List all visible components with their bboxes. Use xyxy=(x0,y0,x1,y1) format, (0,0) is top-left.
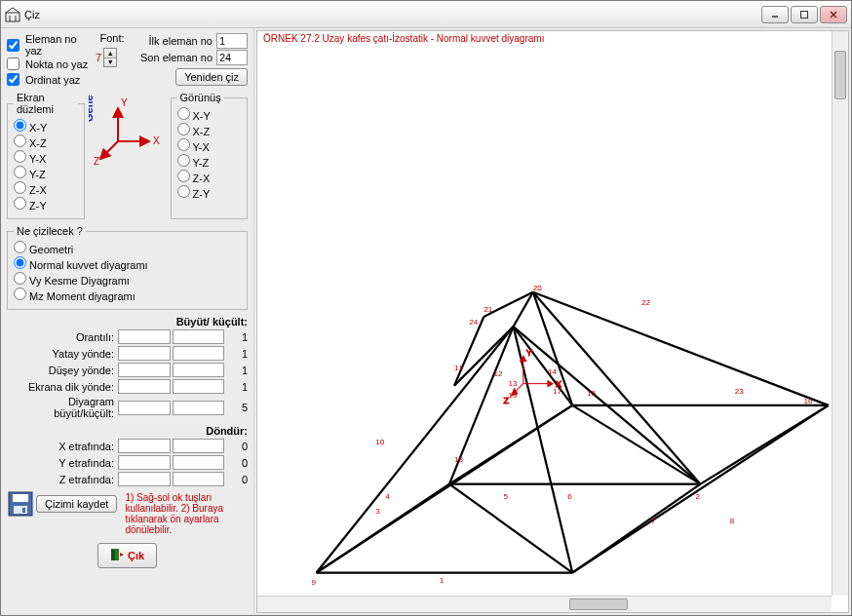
ekran-opt-xy[interactable]: X-Y xyxy=(14,119,78,134)
svg-line-35 xyxy=(572,484,700,573)
svg-text:Genel: Genel xyxy=(89,95,95,122)
ekran-opt-yz[interactable]: Y-Z xyxy=(14,166,78,180)
bk-input-b-1[interactable] xyxy=(173,346,225,361)
svg-text:9: 9 xyxy=(312,578,317,587)
gorunus-opt-yx[interactable]: Y-X xyxy=(177,138,242,153)
exit-button[interactable]: Çık xyxy=(97,543,157,568)
check-eleman-no[interactable]: Eleman no yaz xyxy=(7,33,90,57)
svg-line-31 xyxy=(449,405,572,484)
dn-input-a-0[interactable] xyxy=(118,439,171,453)
gorunus-opt-xy[interactable]: X-Y xyxy=(177,107,242,122)
gorunus-opt-xz[interactable]: X-Z xyxy=(177,123,242,137)
gorunus-group: Görünüş X-Y X-Z Y-X Y-Z Z-X Z-Y xyxy=(171,92,249,219)
svg-text:13: 13 xyxy=(509,379,518,388)
scrollbar-horizontal[interactable] xyxy=(257,596,832,612)
font-spinner[interactable]: ▲▼ xyxy=(103,48,117,67)
ekran-opt-zy[interactable]: Z-Y xyxy=(14,197,78,212)
bk-input-a-2[interactable] xyxy=(118,363,171,377)
svg-text:11: 11 xyxy=(454,364,463,372)
bk-val-3: 1 xyxy=(228,381,248,393)
disk-icon xyxy=(7,490,34,518)
svg-rect-0 xyxy=(6,13,19,21)
close-button[interactable] xyxy=(820,6,847,23)
bk-input-b-4[interactable] xyxy=(173,401,225,415)
nc-geometri[interactable]: Geometri xyxy=(14,241,241,255)
minimize-button[interactable] xyxy=(761,6,789,23)
bk-input-a-0[interactable] xyxy=(118,329,171,344)
dn-input-b-0[interactable] xyxy=(173,439,225,453)
dn-label-1: Y etrafında: xyxy=(7,457,114,469)
maximize-button[interactable] xyxy=(791,6,818,23)
svg-line-36 xyxy=(701,405,829,484)
ekran-opt-zx[interactable]: Z-X xyxy=(14,181,78,196)
dn-input-a-1[interactable] xyxy=(118,455,171,470)
svg-text:2: 2 xyxy=(695,492,700,501)
bk-input-a-4[interactable] xyxy=(118,401,171,415)
bk-row-0: Orantılı:1 xyxy=(7,329,248,344)
dn-input-b-1[interactable] xyxy=(173,455,225,470)
dn-input-a-2[interactable] xyxy=(118,472,171,486)
dn-row-0: X etrafında:0 xyxy=(7,439,248,453)
svg-text:24: 24 xyxy=(469,318,478,327)
titlebar: Çiz xyxy=(1,1,851,28)
svg-text:Y: Y xyxy=(526,348,532,358)
bk-row-2: Düşey yönde:1 xyxy=(7,363,248,377)
svg-line-37 xyxy=(317,327,514,573)
svg-text:22: 22 xyxy=(641,298,650,307)
nc-mz[interactable]: Mz Moment diyagramı xyxy=(14,288,241,302)
nc-vy[interactable]: Vy Kesme Diyagramı xyxy=(14,272,241,287)
redraw-button[interactable]: Yeniden çiz xyxy=(175,68,248,86)
gorunus-opt-zx[interactable]: Z-X xyxy=(177,170,242,184)
bk-val-0: 1 xyxy=(228,331,248,343)
gorunus-opt-yz[interactable]: Y-Z xyxy=(177,154,242,169)
svg-text:16: 16 xyxy=(804,397,813,405)
svg-text:17: 17 xyxy=(553,387,562,396)
bk-label-2: Düşey yönde: xyxy=(7,365,114,376)
scrollbar-vertical[interactable] xyxy=(832,31,848,596)
svg-text:5: 5 xyxy=(504,492,509,501)
ekran-opt-yx[interactable]: Y-X xyxy=(14,150,78,165)
bk-label-0: Orantılı: xyxy=(7,331,114,343)
dn-label-2: Z etrafında: xyxy=(7,474,114,485)
svg-text:12: 12 xyxy=(493,369,502,378)
dn-val-2: 0 xyxy=(228,474,248,485)
svg-rect-17 xyxy=(22,508,25,513)
bk-input-a-1[interactable] xyxy=(118,346,171,361)
nc-normal[interactable]: Normal kuvvet diyagramı xyxy=(14,256,241,271)
svg-line-43 xyxy=(533,292,829,405)
svg-rect-15 xyxy=(13,494,28,502)
app-icon xyxy=(5,7,20,22)
truss-svg: X Y Z 1 2 3 4 5 6 7 8 9 10 11 12 xyxy=(257,31,848,612)
svg-text:8: 8 xyxy=(730,517,735,525)
svg-text:15: 15 xyxy=(587,389,596,398)
svg-line-32 xyxy=(572,405,700,484)
svg-line-46 xyxy=(454,327,514,386)
svg-text:10: 10 xyxy=(375,438,384,446)
ilk-eleman-input[interactable] xyxy=(216,33,248,49)
svg-text:14: 14 xyxy=(548,367,557,376)
bk-input-a-3[interactable] xyxy=(118,379,171,394)
ekran-opt-xz[interactable]: X-Z xyxy=(14,135,78,149)
check-ordinat[interactable]: Ordinat yaz xyxy=(7,73,80,86)
dn-val-1: 0 xyxy=(228,457,248,469)
son-eleman-input[interactable] xyxy=(216,50,248,65)
svg-text:1: 1 xyxy=(440,576,445,585)
bk-val-1: 1 xyxy=(228,348,248,360)
save-button[interactable]: Çizimi kaydet xyxy=(36,495,117,513)
bk-row-3: Ekrana dik yönde:1 xyxy=(7,379,248,394)
bk-input-b-2[interactable] xyxy=(173,363,225,377)
svg-text:6: 6 xyxy=(567,492,572,501)
window-title: Çiz xyxy=(24,9,761,20)
check-nokta-no[interactable]: Nokta no yaz xyxy=(7,58,88,70)
svg-marker-24 xyxy=(317,484,573,573)
svg-text:18: 18 xyxy=(454,455,463,464)
gorunus-opt-zy[interactable]: Z-Y xyxy=(177,185,242,200)
drawing-canvas[interactable]: ÖRNEK 27.2 Uzay kafes çatı-İzostatik - N… xyxy=(256,30,849,613)
bk-input-b-0[interactable] xyxy=(173,329,225,344)
dn-input-b-2[interactable] xyxy=(173,472,225,486)
ilk-eleman-label: İlk eleman no xyxy=(135,35,213,47)
svg-marker-19 xyxy=(111,549,115,560)
dn-row-1: Y etrafında:0 xyxy=(7,455,248,470)
ne-cizilecek-group: Ne çizilecek ? Geometri Normal kuvvet di… xyxy=(7,225,248,310)
bk-input-b-3[interactable] xyxy=(173,379,225,394)
